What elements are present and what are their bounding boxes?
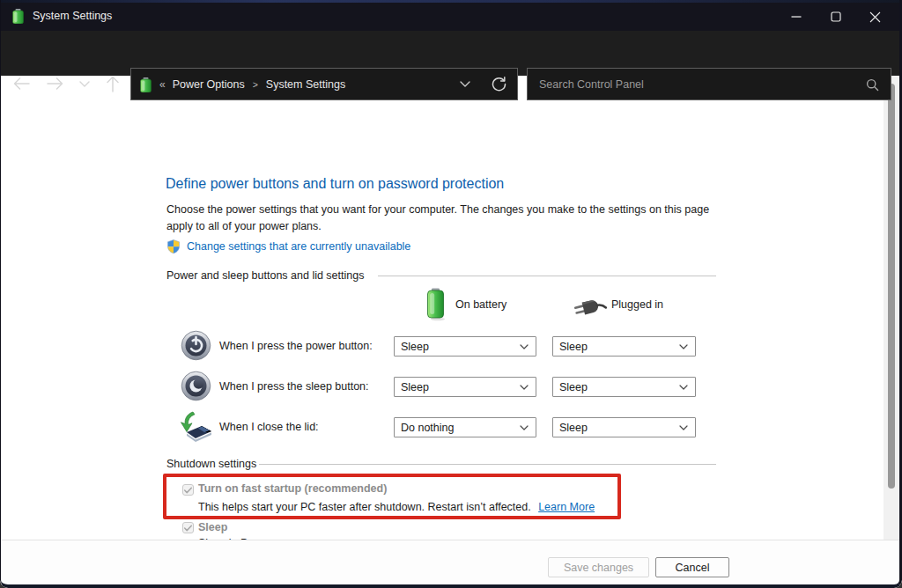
chevron-down-icon — [679, 385, 688, 390]
select-value: Do nothing — [401, 422, 454, 434]
shutdown-group-divider — [259, 464, 716, 465]
minimize-icon — [791, 11, 802, 22]
plugged-in-icon — [573, 296, 609, 317]
power-group-divider — [378, 276, 716, 276]
close-lid-icon — [178, 411, 213, 443]
cancel-button[interactable]: Cancel — [655, 557, 729, 577]
power-group-title: Power and sleep buttons and lid settings — [166, 269, 364, 282]
page-title: Define power buttons and turn on passwor… — [166, 176, 504, 192]
on-battery-icon — [426, 288, 446, 321]
close-lid-plugged-in-select[interactable]: Sleep — [552, 417, 696, 437]
close-lid-on-battery-select[interactable]: Do nothing — [394, 417, 536, 437]
scrollbar-thumb[interactable] — [888, 84, 895, 489]
refresh-icon[interactable] — [492, 77, 506, 92]
select-value: Sleep — [559, 422, 588, 434]
close-lid-row-label: When I close the lid: — [219, 421, 319, 433]
search-icon — [866, 78, 879, 92]
back-button[interactable] — [11, 73, 32, 94]
save-changes-button: Save changes — [548, 557, 649, 577]
recent-pages-button[interactable] — [74, 73, 95, 94]
sleep-button-on-battery-select[interactable]: Sleep — [394, 377, 536, 397]
chevron-down-icon — [520, 425, 529, 430]
window-top-edge — [0, 0, 902, 3]
search-box — [527, 68, 891, 100]
maximize-icon — [831, 11, 841, 22]
chevron-down-icon — [520, 385, 529, 390]
plugged-in-header: Plugged in — [611, 298, 663, 311]
shutdown-group-title: Shutdown settings — [166, 458, 256, 470]
arrow-left-icon — [12, 77, 31, 91]
breadcrumb-overflow[interactable]: « — [159, 78, 166, 91]
select-value: Sleep — [401, 381, 429, 393]
vertical-scrollbar[interactable] — [884, 76, 899, 540]
select-value: Sleep — [559, 341, 588, 353]
title-bar: System Settings — [0, 0, 902, 31]
address-dropdown-icon[interactable] — [460, 81, 470, 87]
power-button-row-label: When I press the power button: — [219, 340, 373, 352]
power-button-icon — [181, 330, 211, 361]
select-value: Sleep — [401, 341, 429, 353]
arrow-up-icon — [106, 75, 120, 93]
check-icon — [183, 523, 193, 533]
sleep-button-plugged-in-select[interactable]: Sleep — [552, 377, 696, 397]
arrow-right-icon — [46, 77, 64, 91]
window-title: System Settings — [33, 10, 112, 22]
close-button[interactable] — [855, 3, 895, 31]
sleep-checkbox — [182, 522, 194, 533]
sleep-button-row-label: When I press the sleep button: — [219, 380, 369, 393]
sleep-button-icon — [181, 371, 211, 401]
breadcrumb-separator: > — [253, 79, 258, 90]
select-value: Sleep — [559, 381, 588, 393]
change-settings-link[interactable]: Change settings that are currently unava… — [187, 240, 410, 253]
search-input[interactable] — [528, 78, 891, 91]
highlight-annotation — [163, 474, 621, 519]
breadcrumb-system-settings[interactable]: System Settings — [266, 78, 345, 91]
app-battery-icon — [12, 9, 24, 24]
close-icon — [869, 11, 881, 23]
power-button-plugged-in-select[interactable]: Sleep — [552, 336, 696, 356]
intro-text: Choose the power settings that you want … — [166, 202, 711, 235]
address-battery-icon — [140, 77, 152, 92]
navigation-bar: « Power Options > System Settings — [0, 31, 902, 76]
forward-button[interactable] — [44, 73, 65, 94]
maximize-button[interactable] — [816, 3, 855, 31]
up-button[interactable] — [102, 73, 123, 94]
chevron-down-icon — [520, 344, 529, 349]
uac-shield-icon — [166, 239, 181, 254]
page-content: Define power buttons and turn on passwor… — [1, 76, 899, 584]
chevron-down-icon — [679, 425, 688, 430]
chevron-down-icon — [79, 81, 90, 87]
address-bar[interactable]: « Power Options > System Settings — [130, 68, 518, 100]
footer-bar: Save changes Cancel — [1, 540, 899, 584]
chevron-down-icon — [679, 344, 688, 349]
minimize-button[interactable] — [776, 3, 816, 31]
on-battery-header: On battery — [455, 298, 506, 311]
system-settings-window: System Settings « — [0, 0, 902, 588]
power-button-on-battery-select[interactable]: Sleep — [394, 336, 536, 356]
sleep-option-label: Sleep — [198, 521, 227, 533]
breadcrumb-power-options[interactable]: Power Options — [173, 78, 245, 91]
